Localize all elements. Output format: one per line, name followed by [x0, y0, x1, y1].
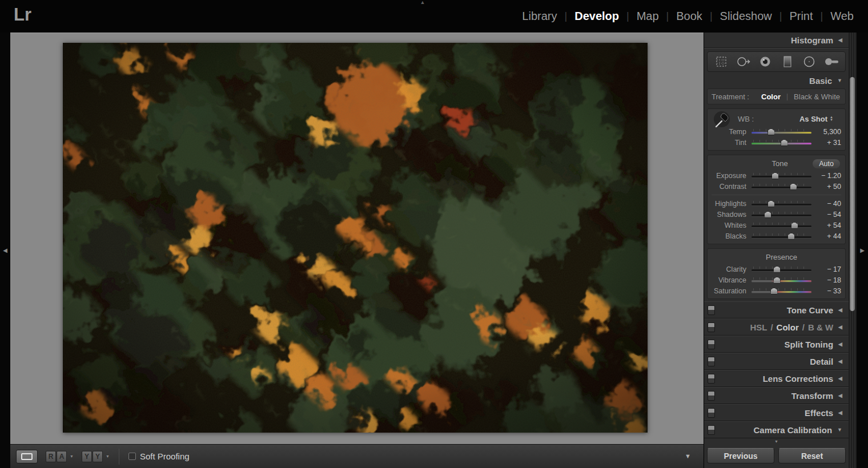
nav-item-print[interactable]: Print [782, 10, 820, 23]
left-panel-strip[interactable]: ◀ [0, 33, 10, 468]
slider-thumb[interactable] [767, 200, 775, 207]
soft-proofing-label[interactable]: Soft Proofing [140, 451, 190, 461]
slider-thumb[interactable] [790, 183, 797, 190]
blacks-slider[interactable] [752, 232, 811, 240]
highlights-slider[interactable] [752, 199, 811, 208]
nav-item-map[interactable]: Map [629, 10, 666, 23]
chevron-down-icon[interactable]: ▼ [70, 454, 74, 458]
scrollbar-thumb[interactable] [850, 77, 855, 311]
panel-header-split-toning[interactable]: Split Toning◀ [704, 336, 849, 353]
top-panel-collapse-arrow-icon[interactable]: ▲ [415, 0, 431, 6]
divider: | [786, 92, 788, 100]
nav-item-web[interactable]: Web [823, 10, 861, 23]
panel-arrow-left-icon: ◀ [838, 341, 842, 347]
auto-tone-button[interactable]: Auto [813, 159, 840, 168]
panel-header-tone-curve[interactable]: Tone Curve◀ [704, 301, 849, 318]
blacks-value[interactable]: + 44 [811, 232, 841, 240]
panel-header-effects[interactable]: Effects◀ [704, 404, 849, 421]
right-panel-scrollbar[interactable] [849, 33, 857, 468]
slider-track [752, 132, 811, 134]
highlights-value[interactable]: − 40 [811, 200, 841, 208]
previous-button[interactable]: Previous [707, 448, 774, 463]
clarity-value[interactable]: − 17 [811, 265, 841, 273]
adjustment-brush-icon[interactable] [823, 53, 840, 70]
radial-filter-icon[interactable] [801, 53, 818, 70]
panel-toggle-switch[interactable] [708, 374, 715, 384]
slider-thumb[interactable] [781, 139, 788, 146]
chevron-down-icon[interactable]: ▼ [106, 454, 110, 458]
clarity-slider[interactable] [752, 265, 811, 273]
right-panel-collapse-arrow-icon[interactable]: ▶ [860, 247, 865, 253]
tint-slider[interactable] [752, 138, 811, 147]
red-eye-icon[interactable] [757, 53, 774, 70]
tone-header-row: Tone Auto [712, 158, 841, 170]
left-panel-expand-arrow-icon[interactable]: ◀ [3, 247, 7, 253]
vibrance-value[interactable]: − 18 [811, 276, 841, 284]
histogram-panel-header[interactable]: Histogram ◀ [704, 33, 849, 47]
toolbar-options-arrow-icon[interactable]: ▼ [685, 453, 691, 459]
slider-thumb[interactable] [767, 128, 775, 135]
develop-canvas [10, 33, 704, 444]
nav-item-develop[interactable]: Develop [567, 10, 626, 23]
wb-label: WB : [738, 115, 754, 123]
before-after-left-right-button-2[interactable]: A [57, 451, 67, 462]
slider-thumb[interactable] [773, 266, 781, 273]
shadows-label: Shadows [712, 211, 752, 219]
tint-value[interactable]: + 31 [811, 139, 841, 147]
spot-removal-icon[interactable] [735, 53, 752, 70]
panel-toggle-switch[interactable] [708, 425, 715, 435]
saturation-value[interactable]: − 33 [811, 287, 841, 295]
slider-thumb[interactable] [787, 233, 795, 240]
panel-header-lens-corrections[interactable]: Lens Corrections◀ [704, 370, 849, 387]
basic-panel-header[interactable]: Basic ▼ [704, 74, 849, 87]
temp-slider[interactable] [752, 127, 811, 136]
slider-thumb[interactable] [791, 222, 798, 229]
panel-title-part[interactable]: Color [777, 322, 799, 332]
treatment-black-white-option[interactable]: Black & White [794, 92, 840, 101]
panel-toggle-switch[interactable] [708, 391, 715, 401]
before-after-top-bottom-button[interactable]: Y [82, 451, 92, 462]
slider-thumb[interactable] [771, 172, 779, 179]
nav-item-library[interactable]: Library [515, 10, 564, 23]
panel-toggle-switch[interactable] [708, 340, 715, 349]
loupe-view-button[interactable] [16, 450, 38, 463]
panel-header-transform[interactable]: Transform◀ [704, 387, 849, 404]
photo-canvas[interactable] [63, 43, 648, 433]
crop-overlay-icon[interactable] [713, 53, 730, 70]
panel-toggle-switch[interactable] [708, 305, 715, 315]
nav-item-slideshow[interactable]: Slideshow [713, 10, 779, 23]
nav-item-book[interactable]: Book [669, 10, 710, 23]
reset-button[interactable]: Reset [778, 448, 846, 463]
treatment-color-option[interactable]: Color [761, 92, 781, 101]
whites-slider[interactable] [752, 221, 811, 229]
panel-header-detail[interactable]: Detail◀ [704, 353, 849, 370]
wb-preset-dropdown[interactable]: As Shot [799, 115, 827, 123]
slider-thumb[interactable] [764, 211, 771, 218]
slider-thumb[interactable] [770, 288, 778, 294]
shadows-value[interactable]: − 54 [811, 211, 841, 219]
contrast-slider[interactable] [752, 182, 811, 191]
exposure-slider[interactable] [752, 171, 811, 180]
right-panel-strip[interactable]: ▶ [857, 33, 868, 468]
soft-proofing-checkbox[interactable] [128, 453, 136, 460]
before-after-top-bottom-button-2[interactable]: Y [93, 451, 103, 462]
whites-value[interactable]: + 54 [811, 221, 841, 229]
whites-label: Whites [712, 221, 752, 229]
panel-toggle-switch[interactable] [708, 357, 715, 366]
dropdown-updown-arrows-icon[interactable]: ▲▼ [830, 116, 833, 122]
slider-thumb[interactable] [773, 277, 781, 284]
panel-toggle-switch[interactable] [708, 408, 715, 418]
panel-toggle-switch[interactable] [708, 322, 715, 332]
white-balance-eyedropper-icon[interactable] [712, 110, 732, 133]
vibrance-slider[interactable] [752, 276, 811, 284]
panel-header-camera-calibration[interactable]: Camera Calibration▼ [704, 421, 849, 438]
panel-header-hsl-color-bw[interactable]: HSL/Color/B & W◀ [704, 318, 849, 336]
graduated-filter-icon[interactable] [779, 53, 796, 70]
exposure-value[interactable]: − 1.20 [811, 172, 841, 180]
contrast-value[interactable]: + 50 [811, 183, 841, 191]
panel-end-mark-icon[interactable]: ▼ [704, 439, 849, 443]
temp-value[interactable]: 5,300 [811, 128, 841, 136]
saturation-slider[interactable] [752, 287, 811, 295]
before-after-left-right-button[interactable]: R [46, 451, 56, 462]
shadows-slider[interactable] [752, 210, 811, 219]
